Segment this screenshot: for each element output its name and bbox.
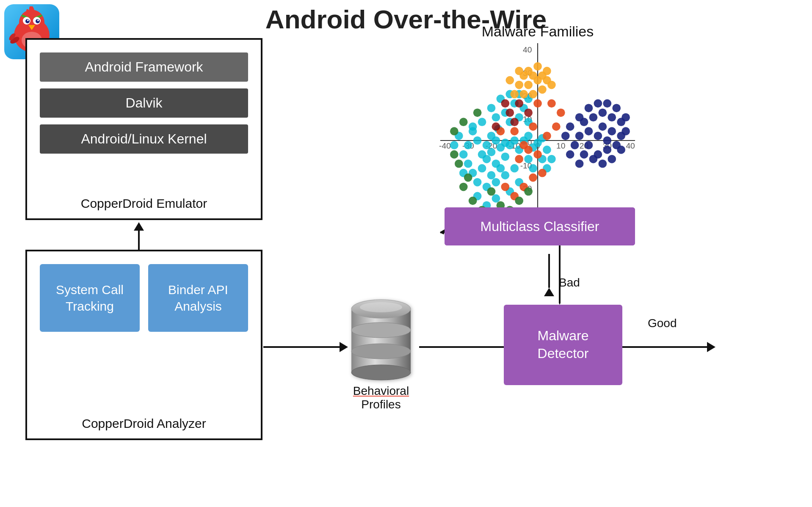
analyzer-label: CopperDroid Analyzer <box>27 416 261 431</box>
svg-point-140 <box>561 132 570 140</box>
svg-point-153 <box>505 76 514 85</box>
svg-point-24 <box>351 365 411 380</box>
svg-point-168 <box>515 155 523 163</box>
classifier-text: Multiclass Classifier <box>481 219 599 234</box>
svg-point-166 <box>533 150 542 159</box>
svg-point-75 <box>478 164 486 173</box>
svg-point-176 <box>547 99 556 108</box>
svg-point-182 <box>524 108 533 117</box>
database-icon <box>347 296 415 381</box>
svg-point-105 <box>469 122 477 131</box>
svg-point-115 <box>598 122 607 131</box>
svg-point-162 <box>510 127 519 135</box>
svg-point-56 <box>487 132 496 140</box>
analyzer-to-db-arrow <box>263 342 348 352</box>
svg-point-69 <box>524 132 533 140</box>
svg-point-147 <box>524 81 533 89</box>
svg-point-83 <box>492 194 500 203</box>
svg-point-110 <box>547 155 556 163</box>
svg-point-130 <box>608 155 616 163</box>
svg-point-161 <box>547 81 556 89</box>
svg-point-59 <box>473 136 482 145</box>
svg-point-21 <box>360 302 402 312</box>
linux-kernel-layer: Android/Linux Kernel <box>40 124 248 154</box>
svg-point-61 <box>464 141 472 149</box>
svg-point-165 <box>543 132 551 140</box>
emulator-layers: Android Framework Dalvik Android/Linux K… <box>27 40 261 154</box>
system-call-tracking-module: System CallTracking <box>40 264 140 332</box>
svg-point-133 <box>580 150 588 159</box>
svg-point-146 <box>519 90 528 99</box>
svg-point-134 <box>612 104 621 112</box>
svg-point-184 <box>492 122 500 131</box>
svg-point-143 <box>575 160 584 168</box>
svg-point-181 <box>515 99 523 108</box>
svg-point-74 <box>487 171 496 179</box>
svg-point-114 <box>603 136 611 145</box>
svg-point-99 <box>487 104 496 112</box>
svg-point-167 <box>524 146 533 154</box>
svg-point-186 <box>455 160 463 168</box>
svg-point-66 <box>510 136 519 145</box>
bad-arrow-group <box>544 254 554 296</box>
svg-point-124 <box>589 113 598 121</box>
svg-point-185 <box>464 174 472 182</box>
svg-point-197 <box>473 108 482 117</box>
classifier-label-box: Multiclass Classifier <box>445 207 635 245</box>
svg-point-86 <box>464 160 472 168</box>
page-title: Android Over-the-Wire <box>0 0 812 34</box>
svg-point-76 <box>473 178 482 187</box>
svg-point-169 <box>538 169 547 177</box>
svg-point-177 <box>533 99 542 108</box>
svg-point-126 <box>608 113 616 121</box>
svg-point-122 <box>575 132 584 140</box>
svg-text:10: 10 <box>556 141 565 150</box>
profiles-text: Profiles <box>361 398 400 411</box>
binder-api-analysis-module: Binder APIAnalysis <box>148 264 248 332</box>
bad-arrow-line <box>548 254 550 288</box>
svg-point-9 <box>37 19 39 21</box>
svg-point-107 <box>529 164 537 173</box>
svg-point-195 <box>524 187 533 196</box>
svg-point-160 <box>515 67 523 75</box>
svg-point-62 <box>483 155 491 163</box>
svg-point-152 <box>510 90 519 99</box>
svg-text:40: 40 <box>626 141 635 150</box>
detector-to-good-arrow <box>622 342 715 352</box>
svg-point-137 <box>585 104 593 112</box>
svg-point-139 <box>566 122 574 131</box>
svg-point-150 <box>538 85 547 94</box>
svg-point-106 <box>524 155 533 163</box>
database-label: Behavioral Profiles <box>353 384 409 411</box>
svg-point-128 <box>621 127 630 135</box>
svg-point-175 <box>557 108 565 117</box>
svg-point-87 <box>459 150 468 159</box>
svg-point-78 <box>492 178 500 187</box>
svg-point-119 <box>603 146 611 154</box>
svg-point-164 <box>529 122 537 131</box>
svg-point-144 <box>621 113 630 121</box>
svg-point-158 <box>529 72 537 80</box>
classifier-to-detector-arrow <box>559 245 561 306</box>
dalvik-layer: Dalvik <box>40 88 248 118</box>
svg-point-155 <box>533 62 542 71</box>
bad-arrowhead <box>544 288 554 296</box>
chart-area: Malware Families -40 -30 -20 -10 0 10 20… <box>411 23 665 238</box>
analyzer-box: System CallTracking Binder APIAnalysis C… <box>25 250 262 440</box>
svg-point-23 <box>351 344 411 359</box>
svg-marker-207 <box>559 296 561 305</box>
svg-point-98 <box>492 113 500 121</box>
svg-point-73 <box>497 164 505 173</box>
behavioral-text: Behavioral <box>353 384 409 397</box>
svg-point-121 <box>585 141 593 149</box>
svg-point-79 <box>501 171 509 179</box>
svg-point-183 <box>510 118 519 126</box>
svg-point-145 <box>515 81 523 89</box>
chart-title: Malware Families <box>411 23 665 40</box>
svg-point-113 <box>594 132 602 140</box>
svg-point-104 <box>478 118 486 126</box>
svg-point-180 <box>505 108 514 117</box>
svg-point-148 <box>529 90 537 99</box>
svg-point-159 <box>538 72 547 80</box>
analyzer-modules: System CallTracking Binder APIAnalysis <box>27 251 261 332</box>
